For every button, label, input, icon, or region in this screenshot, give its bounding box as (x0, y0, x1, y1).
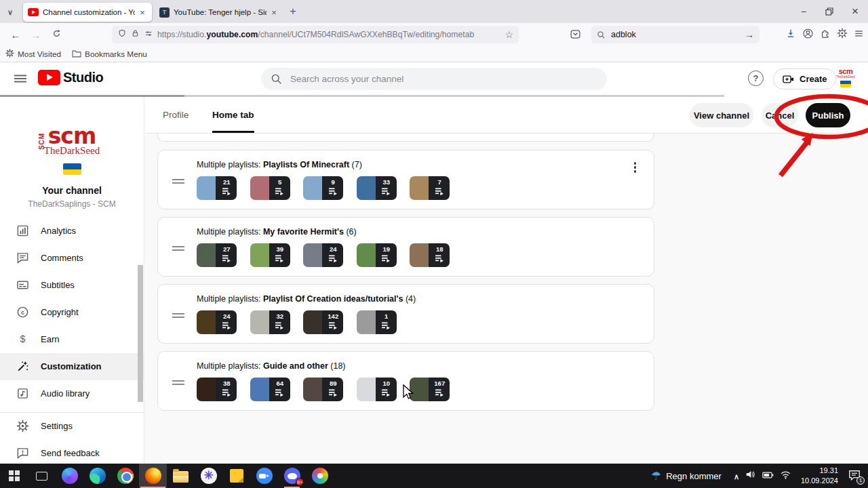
permissions-icon[interactable] (144, 28, 153, 41)
sidebar-item-settings[interactable]: Settings (0, 413, 144, 440)
playlist-row[interactable]: Multiple playlists: Playlist Of Creation… (157, 284, 654, 344)
partial-playlist-row[interactable] (157, 134, 654, 142)
sidebar-item-copyright[interactable]: cCopyright (0, 299, 144, 326)
extensions-icon[interactable] (820, 28, 831, 41)
sidebar-item-label: Earn (41, 334, 59, 344)
app-loop[interactable] (56, 464, 83, 488)
view-channel-button[interactable]: View channel (690, 103, 753, 127)
start-button[interactable] (0, 464, 28, 488)
sidebar-item-send-feedback[interactable]: Send feedback (0, 440, 144, 467)
app-edge[interactable] (83, 464, 111, 488)
sidebar-item-customization[interactable]: Customization (0, 353, 144, 380)
playlist-thumbnail[interactable]: 5 (250, 176, 290, 200)
tab-close-icon[interactable] (269, 7, 279, 18)
tab-profile[interactable]: Profile (163, 97, 189, 133)
quick-search-field[interactable]: → (591, 26, 760, 43)
tab-home-tab[interactable]: Home tab (212, 97, 254, 133)
tracking-shield-icon[interactable] (117, 28, 127, 41)
settings-gear-icon[interactable] (837, 28, 848, 41)
playlist-thumbnail[interactable]: 21 (197, 176, 237, 200)
playlist-thumbnail[interactable]: 64 (250, 378, 290, 401)
sidebar-item-comments[interactable]: Comments (0, 245, 144, 272)
lock-icon[interactable] (131, 28, 140, 41)
playlist-thumbnail[interactable]: 38 (197, 378, 237, 401)
channel-avatar[interactable]: scm TheDarkSeed (833, 68, 859, 87)
playlist-thumbnail[interactable]: 18 (410, 243, 450, 267)
drag-handle-icon[interactable] (172, 378, 184, 387)
browser-tab[interactable]: Channel customization - YouTub (23, 3, 152, 22)
notification-center-icon[interactable]: 1 (848, 469, 863, 483)
weather-widget[interactable]: Regn kommer (651, 469, 722, 483)
create-button[interactable]: Create (773, 68, 836, 89)
bookmark-star-icon[interactable] (505, 28, 513, 41)
sidebar-scrollbar[interactable] (138, 265, 143, 402)
volume-icon[interactable] (745, 470, 756, 482)
reload-button[interactable] (46, 28, 66, 41)
app-sticky-notes[interactable] (222, 464, 250, 488)
playlist-thumbnail[interactable]: 33 (357, 176, 397, 200)
more-options-icon[interactable] (634, 162, 637, 165)
pocket-icon[interactable] (570, 28, 581, 43)
sidebar-item-analytics[interactable]: Analytics (0, 218, 144, 245)
tray-expand-icon[interactable] (734, 470, 739, 482)
drag-handle-icon[interactable] (172, 311, 184, 320)
app-discord[interactable]: 9+ (278, 464, 306, 488)
tab-close-icon[interactable] (138, 7, 147, 18)
playlist-thumbnail[interactable]: 39 (250, 243, 290, 267)
playlist-thumbnail[interactable]: 89 (303, 378, 343, 401)
account-icon[interactable] (802, 28, 814, 42)
app-snowflake[interactable] (195, 464, 222, 488)
new-tab-icon[interactable] (283, 5, 302, 18)
app-firefox[interactable] (139, 464, 167, 488)
wifi-icon[interactable] (780, 470, 791, 482)
sidebar-item-earn[interactable]: $Earn (0, 326, 144, 353)
forward-button[interactable] (26, 29, 46, 41)
browser-tab[interactable]: YouTube: Tenger hjelp - Side 2 - (155, 3, 283, 22)
playlist-thumbnail[interactable]: 9 (303, 176, 343, 200)
battery-icon[interactable] (762, 470, 774, 482)
app-file-explorer[interactable] (167, 464, 195, 488)
tab-list-chevron-icon[interactable] (0, 5, 20, 18)
app-menu-icon[interactable] (854, 28, 864, 41)
playlist-thumbnail[interactable]: 24 (197, 310, 237, 334)
playlist-row[interactable]: Multiple playlists: Playlists Of Minecra… (157, 150, 654, 209)
task-view-button[interactable] (28, 464, 56, 488)
channel-search-input[interactable] (289, 73, 597, 85)
back-button[interactable] (5, 29, 26, 41)
close-button[interactable] (842, 0, 868, 23)
channel-search-field[interactable] (261, 68, 607, 90)
playlist-row[interactable]: Multiple playlists: My favorite Hermit's… (157, 217, 654, 277)
playlist-thumbnail[interactable]: 19 (357, 243, 397, 267)
drag-handle-icon[interactable] (172, 177, 184, 186)
playlist-thumbnail[interactable]: 142 (303, 310, 343, 334)
playlist-thumbnail[interactable]: 32 (250, 310, 290, 334)
app-chrome[interactable] (111, 464, 139, 488)
minimize-button[interactable] (791, 0, 816, 23)
bookmark-item[interactable]: Bookmarks Menu (72, 48, 147, 60)
playlist-play-icon (376, 389, 397, 397)
playlist-thumbnail[interactable]: 24 (303, 243, 343, 267)
app-zoom[interactable] (250, 464, 278, 488)
playlist-thumbnail[interactable]: 10 (357, 378, 397, 401)
help-icon[interactable] (748, 70, 764, 86)
cancel-button[interactable]: Cancel (762, 103, 798, 127)
studio-logo[interactable]: Studio (38, 70, 103, 85)
playlist-thumbnail[interactable]: 27 (197, 243, 237, 267)
publish-button[interactable]: Publish (806, 103, 850, 127)
playlist-thumbnail[interactable]: 1 (357, 310, 397, 334)
bookmark-item[interactable]: Most Visited (5, 48, 61, 60)
quick-search-input[interactable] (610, 29, 741, 40)
sidebar-item-audio-library[interactable]: Audio library (0, 380, 144, 407)
address-bar[interactable]: https://studio.youtube.com/channel/UCt7M… (112, 26, 519, 43)
app-paint[interactable] (306, 464, 334, 488)
downloads-icon[interactable] (785, 28, 796, 41)
sidebar-item-subtitles[interactable]: Subtitles (0, 272, 144, 299)
playlist-thumbnail[interactable]: 7 (410, 176, 450, 200)
taskbar-clock[interactable]: 19.31 10.09.2024 (801, 466, 838, 486)
drag-handle-icon[interactable] (172, 244, 184, 253)
playlist-thumbnail[interactable]: 167 (410, 378, 450, 401)
restore-button[interactable] (816, 0, 842, 23)
playlist-row[interactable]: Multiple playlists: Guide and other (18)… (157, 351, 654, 411)
studio-menu-icon[interactable] (14, 72, 27, 88)
search-go-icon[interactable]: → (745, 29, 754, 40)
